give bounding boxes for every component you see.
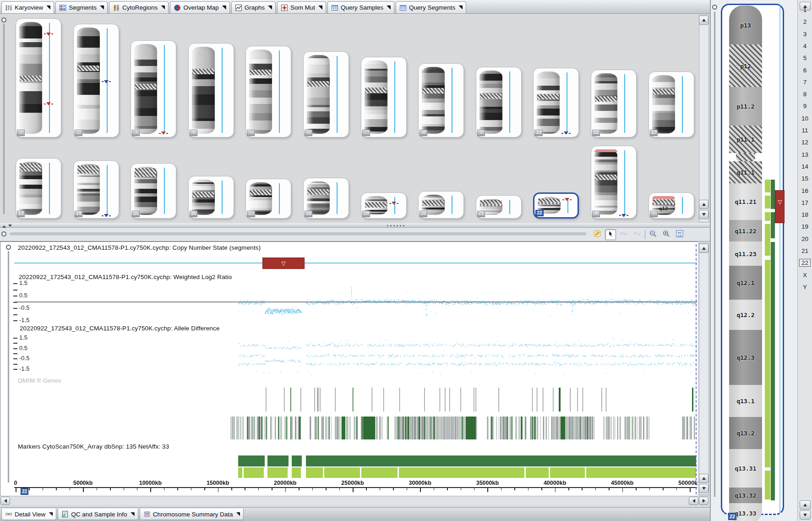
cytoband-q11.21[interactable]: q11.21 <box>729 183 762 220</box>
cytoband-q13.2[interactable]: q13.2 <box>729 417 762 449</box>
tab-overlap-map[interactable]: Overlap Map <box>170 1 229 13</box>
zoom-out-button[interactable] <box>648 229 659 240</box>
chromosome-card-3[interactable]: 3 <box>131 40 176 137</box>
detail-scroll-up2-button[interactable] <box>699 474 708 483</box>
collapse-up-icon[interactable] <box>2 224 6 228</box>
chromosome-card-17[interactable]: 17 <box>245 179 291 219</box>
karyoview-vscrollbar-track[interactable] <box>699 15 709 222</box>
centromere-waist[interactable] <box>736 153 755 161</box>
ideogram-slider-track[interactable] <box>714 12 715 497</box>
tab-graphs[interactable]: Graphs <box>231 1 276 13</box>
tab-dropdown-icon[interactable] <box>387 5 391 10</box>
chromosome-card-5[interactable]: 5 <box>245 46 291 137</box>
detail-hscrollbar[interactable] <box>0 496 710 505</box>
tab-detail-view[interactable]: Detail View <box>1 509 56 520</box>
ideogram-slider-knob[interactable] <box>712 5 717 10</box>
detail-scroll-down-button[interactable] <box>699 484 708 493</box>
chromosome-list-item-X[interactable]: X <box>798 271 812 280</box>
chromosome-list-item-21[interactable]: 21 <box>798 247 812 256</box>
chromosome-card-9[interactable]: 9 <box>476 67 522 137</box>
chromosome-list-item-10[interactable]: 10 <box>798 114 812 123</box>
chromosome-card-18[interactable]: 18 <box>303 178 349 219</box>
chromosome-list-item-1[interactable]: 1 <box>798 5 812 15</box>
cytoband-q11.1[interactable]: q11.1 <box>729 161 762 183</box>
tab-query-segments[interactable]: Query Segments <box>396 1 466 13</box>
tab-segments[interactable]: Segments <box>55 1 108 13</box>
chromosome-list-item-8[interactable]: 8 <box>798 90 812 99</box>
karyoview-scroll-up-button[interactable] <box>699 16 708 25</box>
chromosome-card-12[interactable]: 12 <box>649 71 694 137</box>
chromosome-list-item-3[interactable]: 3 <box>798 30 812 39</box>
chromosome-card-13[interactable]: 13 <box>16 158 61 219</box>
karyoview-scroll-down-button[interactable] <box>699 210 708 219</box>
chromosome-card-15[interactable]: 15 <box>131 163 176 219</box>
chromosome-list-item-16[interactable]: 16 <box>798 186 812 196</box>
chromosome-card-10[interactable]: 10 <box>533 68 579 137</box>
hscroll-right-button[interactable] <box>699 497 708 505</box>
chromosome-list-item-4[interactable]: 4 <box>798 42 812 51</box>
tab-dropdown-icon[interactable] <box>161 5 165 10</box>
cytoband-q13.32[interactable]: q13.32 <box>729 488 762 503</box>
hscroll-left-button[interactable] <box>0 497 10 505</box>
tab-karyoview[interactable]: Karyoview <box>1 1 54 13</box>
tab-dropdown-icon[interactable] <box>222 5 226 10</box>
chromosome-list-item-12[interactable]: 12 <box>798 138 812 147</box>
docx-button[interactable]: DOCX <box>674 229 685 240</box>
chromosome-list-item-11[interactable]: 11 <box>798 126 812 135</box>
hscroll-left2-button[interactable] <box>689 497 698 505</box>
chromosome-list-item-7[interactable]: 7 <box>798 78 812 87</box>
cytoband-q12.3[interactable]: q12.3 <box>729 330 762 385</box>
karyoview-zoom-slider-knob[interactable] <box>1 17 6 22</box>
karyoview-zoom-slider-track[interactable] <box>3 24 5 214</box>
chromosome-list-item-Y[interactable]: Y <box>798 283 812 292</box>
chromlist-scroll-up2-button[interactable] <box>800 500 811 510</box>
chromosome-list-item-15[interactable]: 15 <box>798 174 812 183</box>
chromosome-card-2[interactable]: 2 <box>73 24 119 137</box>
tab-cytoregions[interactable]: CytoRegions <box>109 1 169 13</box>
cytoband-q11.22[interactable]: q11.22 <box>729 220 762 241</box>
detail-hslider-knob[interactable] <box>1 231 6 236</box>
chromosome-list-item-19[interactable]: 19 <box>798 222 812 231</box>
chromosome-card-8[interactable]: 8 <box>418 63 464 137</box>
cytoband-q13.1[interactable]: q13.1 <box>729 385 762 417</box>
chromosome-card-20[interactable]: 20 <box>418 191 464 219</box>
tab-dropdown-icon[interactable] <box>268 5 272 10</box>
cytoband-q13.31[interactable]: q13.31 <box>729 449 762 488</box>
deletion-segment-marker[interactable]: ▽ <box>262 258 305 269</box>
panel-splitter[interactable] <box>0 223 710 228</box>
chromlist-scroll-down-button[interactable] <box>800 510 811 520</box>
tab-chromosome-summary-data[interactable]: Chromosome Summary Data <box>140 509 244 520</box>
pointer-button[interactable] <box>605 229 616 240</box>
chromosome-list-item-2[interactable]: 2 <box>798 17 812 27</box>
chromosome-card-Y[interactable]: q12Y <box>649 192 694 219</box>
chromosome-card-6[interactable]: 6 <box>303 51 349 137</box>
chromosome-card-14[interactable]: 14 <box>73 160 119 219</box>
detail-vscrollbar-track[interactable] <box>699 243 709 495</box>
chromosome-card-21[interactable]: 21 <box>476 195 522 219</box>
tab-dropdown-icon[interactable] <box>236 512 240 516</box>
ideogram-deletion-marker[interactable]: ▽ <box>775 190 785 223</box>
tab-dropdown-icon[interactable] <box>46 5 50 10</box>
tab-dropdown-icon[interactable] <box>318 5 322 10</box>
cytoband-q11.23[interactable]: q11.23 <box>729 241 762 266</box>
cytoband-p13[interactable]: p13 <box>729 5 762 44</box>
chromosome-list-item-17[interactable]: 17 <box>798 198 812 208</box>
tab-qc-and-sample-info[interactable]: QC and Sample Info <box>58 509 138 520</box>
tab-dropdown-icon[interactable] <box>131 512 135 516</box>
detail-hslider-track[interactable] <box>10 233 586 235</box>
chromosome-list-item-22[interactable]: 22 <box>798 258 812 268</box>
detail-vslider-track[interactable] <box>8 251 9 483</box>
tab-query-samples[interactable]: Query Samples <box>327 1 394 13</box>
karyoview-scroll-up2-button[interactable] <box>699 200 708 209</box>
chromosome-list-item-13[interactable]: 13 <box>798 150 812 159</box>
tab-dropdown-icon[interactable] <box>49 512 53 516</box>
chromosome-card-X[interactable]: X <box>591 146 637 219</box>
edit-button[interactable] <box>592 229 603 240</box>
detail-vslider-knob[interactable] <box>6 245 11 250</box>
chromosome-list-item-5[interactable]: 5 <box>798 54 812 63</box>
chromosome-list-item-6[interactable]: 6 <box>798 66 812 75</box>
cytoband-q12.1[interactable]: q12.1 <box>729 266 762 300</box>
chromosome-card-16[interactable]: 16 <box>188 176 234 219</box>
cytoband-q12.2[interactable]: q12.2 <box>729 300 762 330</box>
tab-dropdown-icon[interactable] <box>458 5 463 10</box>
